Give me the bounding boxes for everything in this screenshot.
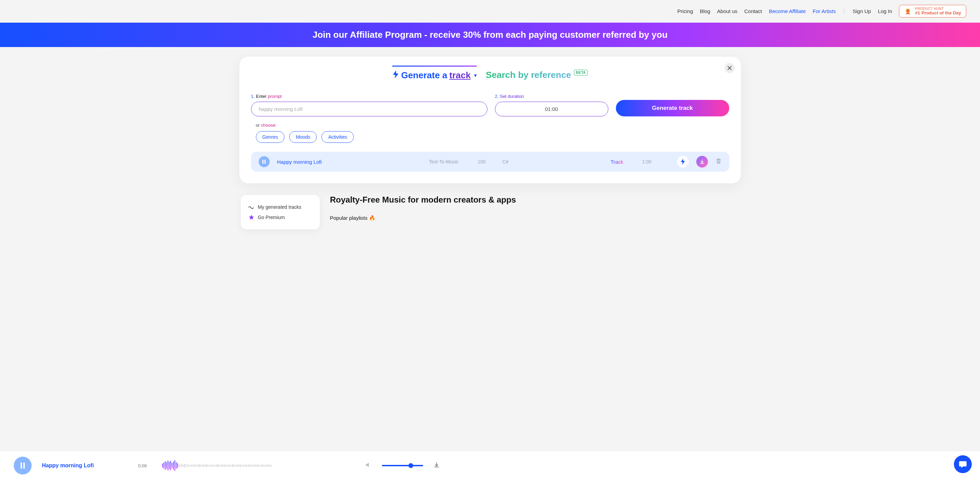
generate-button[interactable]: Generate track <box>616 100 729 116</box>
close-icon <box>727 65 732 70</box>
top-nav: Pricing Blog About us Contact Become Aff… <box>0 0 980 23</box>
wave-icon <box>248 204 255 210</box>
track-title[interactable]: Happy morning Lofi <box>277 159 422 165</box>
star-icon <box>248 214 255 221</box>
generator-card: Generate a track ▾ Search by reference B… <box>239 57 741 183</box>
track-play-button[interactable] <box>259 156 270 167</box>
svg-point-1 <box>907 9 909 12</box>
product-hunt-badge[interactable]: PRODUCT HUNT #1 Product of the Day <box>899 5 966 17</box>
sidebar-my-tracks[interactable]: My generated tracks <box>248 202 312 212</box>
nav-about[interactable]: About us <box>717 8 738 14</box>
nav-become-affiliate[interactable]: Become Affiliate <box>769 8 805 14</box>
generated-track-row: Happy morning Lofi Text-To-Music 100 C# … <box>251 152 729 172</box>
tab-search-label: Search by reference <box>486 70 571 80</box>
tab-search-reference[interactable]: Search by reference BETA <box>486 66 588 80</box>
duration-label: 2. Set duration <box>495 94 608 99</box>
close-button[interactable] <box>724 63 735 73</box>
nav-pricing[interactable]: Pricing <box>678 8 693 14</box>
duration-selector[interactable]: 01:00 <box>495 102 608 116</box>
nav-blog[interactable]: Blog <box>700 8 710 14</box>
ph-big-text: #1 Product of the Day <box>915 11 961 15</box>
track-type: Track <box>611 159 624 165</box>
download-icon <box>699 159 705 164</box>
page-heading: Royalty-Free Music for modern creators &… <box>330 195 516 205</box>
bolt-icon <box>680 159 686 165</box>
bolt-icon <box>392 70 399 81</box>
nav-contact[interactable]: Contact <box>745 8 762 14</box>
popular-playlists-label: Popular playlists 🔥 <box>330 215 516 221</box>
chevron-down-icon[interactable]: ▾ <box>474 72 477 79</box>
nav-login[interactable]: Log In <box>878 8 892 14</box>
sidebar: My generated tracks Go Premium <box>241 195 320 229</box>
sidebar-go-premium[interactable]: Go Premium <box>248 212 312 223</box>
affiliate-banner[interactable]: Join our Affiliate Program - receive 30%… <box>0 23 980 47</box>
tab-generate-track[interactable]: Generate a track ▾ <box>392 65 477 81</box>
pause-icon <box>262 160 266 164</box>
tab-generate-accent[interactable]: track <box>449 70 471 81</box>
sidebar-label: My generated tracks <box>258 204 302 210</box>
download-button[interactable] <box>696 156 708 168</box>
chip-moods[interactable]: Moods <box>289 131 317 143</box>
track-bpm: 100 <box>478 159 495 164</box>
chip-genres[interactable]: Genres <box>256 131 285 143</box>
or-choose-label: or choose: <box>256 122 729 128</box>
nav-separator <box>844 8 844 14</box>
nav-for-artists[interactable]: For Artists <box>813 8 836 14</box>
nav-signup[interactable]: Sign Up <box>853 8 871 14</box>
track-duration: 1:00 <box>631 159 652 164</box>
regenerate-button[interactable] <box>677 156 689 168</box>
trash-icon <box>716 158 722 164</box>
sidebar-label: Go Premium <box>258 215 285 220</box>
delete-button[interactable] <box>716 158 722 165</box>
prompt-input[interactable] <box>251 102 487 116</box>
track-source: Text-To-Music <box>429 159 470 164</box>
tab-generate-label: Generate a <box>401 70 447 81</box>
prompt-label: 1. Enter prompt <box>251 94 487 99</box>
track-key: C# <box>503 159 520 164</box>
beta-badge: BETA <box>574 70 588 76</box>
medal-icon <box>904 8 912 15</box>
chip-activities[interactable]: Activities <box>321 131 353 143</box>
